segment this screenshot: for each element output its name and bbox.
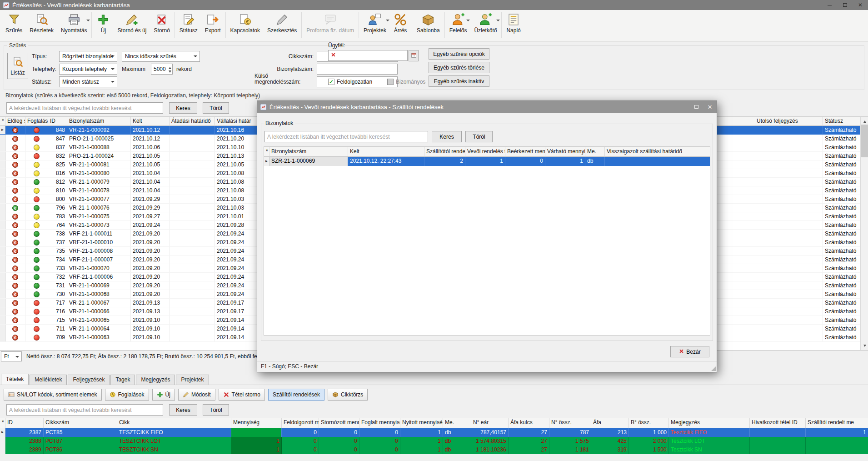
column-header-bizonylatszam[interactable]: Bizonylatszám	[67, 117, 131, 126]
column-header-cikkszam[interactable]: Cikkszám	[44, 418, 117, 428]
tab-projektek[interactable]: Projektek	[176, 375, 209, 385]
column-header-statusz[interactable]: Státusz	[823, 117, 860, 126]
items-torol-button[interactable]: Töröl	[203, 404, 229, 416]
column-header-hivatkozott-tetel-id[interactable]: Hivatkozott tétel ID	[750, 418, 806, 428]
orders-search-input[interactable]	[6, 102, 163, 114]
column-header-stornozott-mennyi[interactable]: Stornózott mennyi	[319, 418, 359, 428]
bizomanyos-checkbox[interactable]: Bizományos	[387, 78, 425, 85]
tipus-select[interactable]: Rögzített bizonylatok	[59, 51, 117, 62]
filter-button-egyeb-szuresi-opciok[interactable]: Egyéb szűrési opciók	[429, 48, 489, 60]
toolbar-button-projektek[interactable]: Projektek	[360, 11, 390, 35]
item-row-2389[interactable]: 2389PCT86TESZTCIKK SN10001db1 181,102362…	[0, 446, 868, 454]
column-header-foglalas[interactable]: Foglalás	[25, 117, 48, 126]
column-header-kelt[interactable]: Kelt	[348, 147, 424, 157]
scroll-down-button[interactable]	[861, 342, 868, 350]
toolbar-button-szures[interactable]: Szűrés	[2, 11, 26, 35]
toolbar-button-reszletek[interactable]: Részletek	[26, 11, 57, 35]
orders-keres-button[interactable]: Keres	[169, 102, 197, 114]
telephely-select[interactable]: Központi telephely	[59, 64, 117, 75]
listaz-button[interactable]: Listáz	[7, 53, 28, 79]
dialog-maximize-button[interactable]	[689, 101, 703, 113]
toolbar-button-felelos[interactable]: Felelős	[446, 11, 471, 35]
detail-button-szallitoi-rendelesek[interactable]: Szállítói rendelések	[268, 389, 324, 401]
column-header-id[interactable]: ID	[48, 117, 67, 126]
toolbar-button-statusz[interactable]: Státusz	[176, 11, 201, 35]
column-header-afa[interactable]: Áfa	[591, 418, 629, 428]
minimize-button[interactable]	[822, 0, 837, 10]
toolbar-button-storno[interactable]: Stornó	[150, 11, 173, 35]
column-header-feldolgozott-menn[interactable]: Feldolgozott menn	[282, 418, 319, 428]
close-button[interactable]: ✕	[853, 0, 868, 10]
column-header-me[interactable]: Me.	[443, 418, 471, 428]
bezar-button[interactable]: Bezár	[670, 346, 709, 357]
items-search-input[interactable]	[6, 404, 163, 416]
column-header-b-ossz[interactable]: B° össz.	[629, 418, 669, 428]
dropdown-arrow-icon[interactable]	[386, 20, 389, 23]
filter-button-egyeb-szures-inaktiv[interactable]: Egyéb szűrés inaktív	[429, 75, 489, 87]
column-header-foglalt-mennyiseg[interactable]: Foglalt mennyiség	[359, 418, 400, 428]
tab-tetelek[interactable]: Tételek	[1, 374, 29, 385]
max-records-stepper[interactable]: 5000	[151, 64, 173, 75]
dialog-torol-button[interactable]: Töröl	[465, 131, 493, 142]
tab-feljegyzesek[interactable]: Feljegyzések	[68, 375, 110, 385]
orders-torol-button[interactable]: Töröl	[203, 102, 229, 114]
bizonylatszam-input[interactable]	[317, 64, 398, 75]
column-header-cikk[interactable]: Cikk	[117, 418, 231, 428]
column-header-n-ear[interactable]: N° eár	[471, 418, 509, 428]
tab-tagek[interactable]: Tagek	[110, 375, 135, 385]
detail-button-modosit[interactable]: Módosít	[178, 389, 215, 401]
dialog-search-input[interactable]	[264, 131, 428, 142]
column-header-visszaigazolt-szallitasi-hatarido[interactable]: Visszaigazolt szállítási határidő	[605, 147, 710, 157]
column-header-nyitott-mennyiseg[interactable]: Nyitott mennyiség	[400, 418, 443, 428]
detail-button-cikktorzs[interactable]: Cikktörzs	[328, 389, 368, 401]
dropdown-arrow-icon[interactable]	[496, 20, 500, 23]
detail-button-uj[interactable]: Új	[152, 389, 175, 401]
column-header-utolso-feljegyzes[interactable]: Utolsó feljegyzés	[755, 117, 823, 126]
titlebar[interactable]: Értékesítés - Vevői rendelések karbantar…	[0, 0, 868, 10]
scroll-thumb[interactable]	[861, 125, 868, 157]
tab-megjegyzes[interactable]: Megjegyzés	[136, 375, 175, 385]
detail-button-sn-lot-kodok-sortiment-elemek[interactable]: SN/LOT kódok, sortiment elemek	[4, 389, 102, 401]
column-chooser-button[interactable]: *	[0, 418, 5, 428]
main-grid-scrollbar[interactable]	[860, 117, 868, 350]
toolbar-button-szerkesztes[interactable]: Szerkesztés	[264, 11, 300, 35]
detail-button-foglalasok[interactable]: Foglalások	[105, 389, 149, 401]
toolbar-button-storno-es-uj[interactable]: Stornó és új	[114, 11, 150, 35]
toolbar-button-sablonba[interactable]: Sablonba	[413, 11, 444, 35]
column-header-szallitoi-rendelt-me[interactable]: Szállítói rendelt me	[806, 418, 868, 428]
column-header-vevoi-rendeles-te[interactable]: Vevői rendelés té	[465, 147, 505, 157]
column-header-me[interactable]: Me.	[585, 147, 605, 157]
toolbar-button-export[interactable]: Export	[201, 11, 224, 35]
toolbar-button-uj[interactable]: Új	[93, 11, 114, 35]
stepper-arrows-icon[interactable]	[169, 65, 171, 74]
column-header-vallalasi-hatar[interactable]: Vállalási határ	[215, 117, 260, 126]
column-header-bizonylatszam[interactable]: Bizonylatszám	[269, 147, 348, 157]
column-header-kelt[interactable]: Kelt	[131, 117, 170, 126]
column-header-afa-kulcs[interactable]: Áfa kulcs	[509, 418, 549, 428]
toolbar-button-arres[interactable]: Árrés	[390, 11, 411, 35]
toolbar-button-naplo[interactable]: Napló	[503, 11, 524, 35]
maximize-button[interactable]	[837, 0, 853, 10]
dropdown-arrow-icon[interactable]	[86, 20, 90, 23]
column-header-atadasi-hatarido[interactable]: Átadási határidő	[170, 117, 215, 126]
dropdown-arrow-icon[interactable]	[466, 20, 470, 23]
toolbar-button-nyomtatas[interactable]: Nyomtatás	[57, 11, 90, 35]
currency-select[interactable]: Ft	[1, 351, 22, 361]
dialog-close-button[interactable]: ✕	[703, 101, 717, 113]
tab-mellekletek[interactable]: Mellékletek	[30, 375, 67, 385]
toolbar-button-uzletkoto[interactable]: Üzletkötő	[470, 11, 500, 35]
toolbar-button-kapcsolatok[interactable]: €Kapcsolatok	[227, 11, 264, 35]
column-chooser-button[interactable]: *	[264, 147, 269, 157]
clear-customer-icon[interactable]	[331, 52, 336, 59]
dialog-keres-button[interactable]: Keres	[432, 131, 462, 142]
idoszak-select[interactable]: Nincs időszak szűrés	[122, 51, 200, 62]
column-header-szallitotol-rendelt[interactable]: Szállítótól rendelt	[424, 147, 465, 157]
statusz-select[interactable]: Minden státusz	[59, 76, 117, 87]
resize-grip[interactable]	[711, 366, 716, 371]
column-header-n-ossz[interactable]: N° össz.	[549, 418, 591, 428]
column-header-varhato-mennyise[interactable]: Várható mennyisé	[545, 147, 585, 157]
dialog-titlebar[interactable]: Értékesítés - Vevői rendelések karbantar…	[257, 101, 717, 113]
detail-button-tetel-storno[interactable]: Tétel storno	[219, 389, 265, 401]
filter-button-egyeb-szures-torlese[interactable]: Egyéb szűrés törlése	[429, 62, 489, 73]
item-row-2387[interactable]: ►2387PCT85TESZTCIKK FIFO0001db787,401572…	[0, 428, 868, 437]
